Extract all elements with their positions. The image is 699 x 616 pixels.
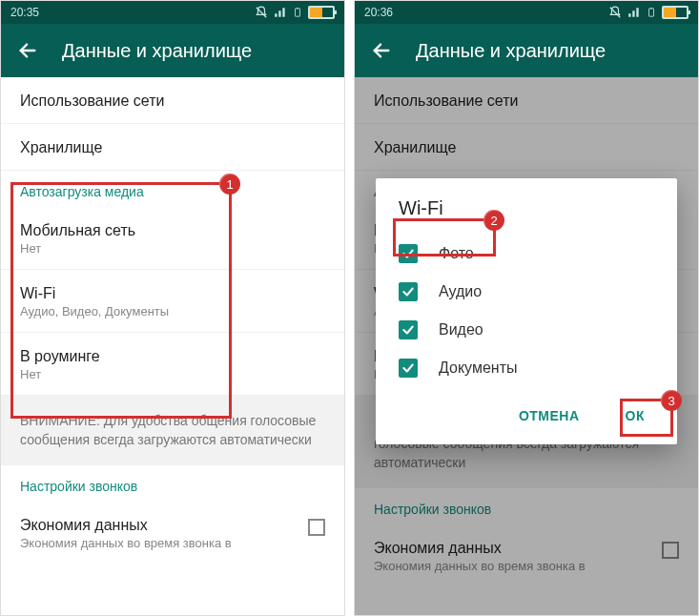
svg-rect-1 <box>296 9 300 16</box>
back-button[interactable] <box>12 35 43 66</box>
section-call-settings: Настройки звонков <box>355 488 698 524</box>
callout-badge-3: 3 <box>661 390 682 411</box>
battery-icon <box>662 6 689 19</box>
row-storage[interactable]: Хранилище <box>1 124 344 171</box>
low-data-checkbox[interactable] <box>308 519 325 536</box>
mute-icon <box>608 6 622 19</box>
mute-icon <box>255 6 268 19</box>
row-low-data[interactable]: Экономия данных Экономия данных во время… <box>355 524 698 586</box>
cancel-button[interactable]: ОТМЕНА <box>509 400 589 431</box>
row-network-usage[interactable]: Использование сети <box>1 77 344 124</box>
settings-list: Использование сети Хранилище Автозагрузк… <box>1 77 344 615</box>
option-audio[interactable]: Аудио <box>399 273 654 311</box>
back-button[interactable] <box>366 35 397 66</box>
page-title: Данные и хранилище <box>416 40 606 62</box>
status-bar: 20:36 <box>355 1 698 24</box>
dialog-title: Wi-Fi <box>399 197 654 219</box>
row-low-data[interactable]: Экономия данных Экономия данных во время… <box>1 502 344 564</box>
checkbox-docs-icon[interactable] <box>399 359 418 378</box>
callout-badge-1: 1 <box>219 174 240 195</box>
status-time: 20:35 <box>10 6 39 19</box>
svg-rect-5 <box>649 9 654 16</box>
battery-icon <box>308 6 335 19</box>
signal-icon <box>274 6 287 19</box>
callout-1: 1 <box>10 182 232 419</box>
page-title: Данные и хранилище <box>62 40 252 62</box>
checkbox-audio-icon[interactable] <box>399 282 418 301</box>
battery-charging-icon <box>647 6 656 19</box>
checkbox-video-icon[interactable] <box>399 320 418 339</box>
wifi-media-dialog: Wi-Fi Фото Аудио Видео Документы <box>376 178 677 444</box>
app-header: Данные и хранилище <box>355 24 698 77</box>
section-call-settings: Настройки звонков <box>1 465 344 502</box>
status-time: 20:36 <box>364 6 393 19</box>
callout-3: 3 <box>620 399 673 437</box>
option-video[interactable]: Видео <box>399 311 654 349</box>
row-network-usage[interactable]: Использование сети <box>355 77 698 124</box>
option-docs[interactable]: Документы <box>399 349 654 387</box>
callout-badge-2: 2 <box>483 210 504 231</box>
app-header: Данные и хранилище <box>1 24 344 77</box>
callout-2: 2 <box>393 218 496 257</box>
phone-screen-right: 20:36 Данные и хранилище Использование с… <box>354 0 699 616</box>
signal-icon <box>627 6 641 19</box>
battery-charging-icon <box>293 6 302 19</box>
phone-screen-left: 20:35 Данные и хранилище Использование с… <box>0 0 345 616</box>
status-bar: 20:35 <box>1 1 344 24</box>
dialog-buttons: ОТМЕНА ОК <box>399 400 654 431</box>
row-storage[interactable]: Хранилище <box>355 124 698 171</box>
low-data-checkbox[interactable] <box>662 542 679 559</box>
